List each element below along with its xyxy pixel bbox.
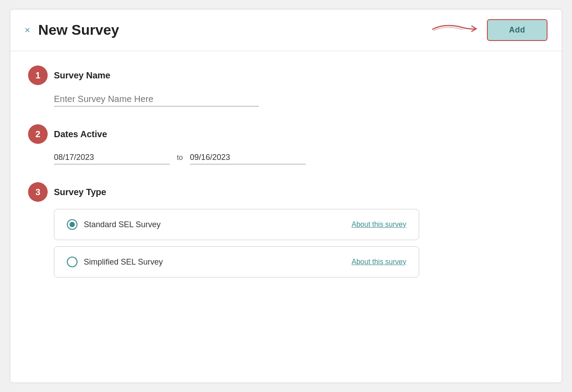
dates-active-section: 2 Dates Active to: [28, 124, 544, 164]
survey-name-input[interactable]: [54, 92, 259, 106]
modal-header: × New Survey Add: [10, 9, 562, 51]
survey-type-options: Standard SEL Survey About this survey Si…: [54, 209, 544, 278]
start-date-input[interactable]: [54, 151, 170, 164]
standard-sel-about-link[interactable]: About this survey: [351, 220, 406, 229]
section-1-header: 1 Survey Name: [28, 65, 544, 85]
header-left: × New Survey: [25, 22, 119, 38]
survey-name-field: [54, 92, 544, 106]
add-button[interactable]: Add: [487, 19, 548, 41]
survey-type-section: 3 Survey Type Standard SEL Survey About …: [28, 182, 544, 278]
standard-sel-label: Standard SEL Survey: [84, 220, 160, 229]
survey-name-label: Survey Name: [54, 70, 110, 81]
survey-type-label: Survey Type: [54, 187, 106, 197]
simplified-sel-option[interactable]: Simplified SEL Survey About this survey: [54, 246, 419, 278]
simplified-sel-about-link[interactable]: About this survey: [351, 258, 406, 266]
step-3-badge: 3: [28, 182, 48, 202]
simplified-sel-radio[interactable]: [67, 257, 78, 267]
simplified-sel-option-left: Simplified SEL Survey: [67, 257, 163, 267]
new-survey-modal: × New Survey Add 1 Survey Name: [10, 9, 562, 383]
standard-sel-option-left: Standard SEL Survey: [67, 219, 160, 230]
simplified-sel-label: Simplified SEL Survey: [84, 257, 163, 267]
close-icon[interactable]: ×: [25, 24, 30, 36]
standard-sel-radio[interactable]: [67, 219, 78, 230]
modal-title: New Survey: [38, 22, 119, 38]
step-2-badge: 2: [28, 124, 48, 144]
step-1-badge: 1: [28, 65, 48, 85]
date-separator: to: [177, 154, 183, 164]
survey-name-section: 1 Survey Name: [28, 65, 544, 106]
end-date-input[interactable]: [190, 151, 306, 164]
arrow-annotation-icon: [428, 18, 482, 40]
dates-active-label: Dates Active: [54, 129, 107, 139]
section-2-header: 2 Dates Active: [28, 124, 544, 144]
dates-row: to: [54, 151, 544, 164]
modal-body: 1 Survey Name 2 Dates Active to 3 Sur: [10, 51, 562, 310]
standard-sel-option[interactable]: Standard SEL Survey About this survey: [54, 209, 419, 240]
header-right: Add: [487, 19, 548, 41]
standard-sel-radio-inner: [69, 222, 75, 227]
section-3-header: 3 Survey Type: [28, 182, 544, 202]
